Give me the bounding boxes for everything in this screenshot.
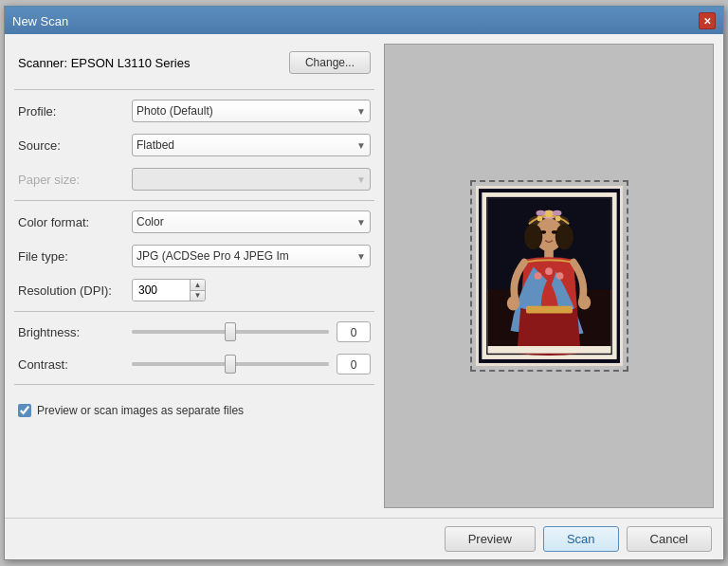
svg-point-21 — [534, 272, 541, 280]
divider-4 — [14, 384, 374, 385]
svg-point-15 — [545, 210, 553, 218]
title-bar-left: New Scan — [12, 14, 68, 28]
stamp-image — [476, 186, 623, 366]
source-row: Source: Flatbed ▼ — [14, 128, 374, 162]
svg-rect-20 — [525, 306, 572, 314]
paper-size-dropdown-arrow: ▼ — [356, 174, 366, 185]
scan-button[interactable]: Scan — [543, 526, 619, 552]
divider-2 — [14, 200, 374, 201]
stamp-svg — [479, 189, 620, 363]
contrast-slider[interactable] — [132, 362, 329, 366]
svg-point-16 — [555, 216, 560, 222]
color-format-dropdown-arrow: ▼ — [356, 217, 366, 228]
brightness-track — [132, 330, 329, 334]
scanner-row: Scanner: EPSON L3110 Series Change... — [14, 44, 374, 82]
svg-point-12 — [540, 230, 546, 234]
paper-size-dropdown: ▼ — [132, 168, 371, 191]
left-panel: Scanner: EPSON L3110 Series Change... Pr… — [14, 44, 374, 508]
file-type-dropdown[interactable]: JPG (ACDSee Pro 4 JPEG Im ▼ — [132, 245, 371, 267]
source-value: Flatbed — [136, 138, 174, 152]
preview-area — [385, 45, 713, 507]
svg-point-8 — [552, 210, 561, 216]
stamp-container — [476, 186, 623, 366]
svg-point-23 — [555, 272, 563, 280]
close-button[interactable]: ✕ — [699, 12, 716, 29]
resolution-spin-up[interactable]: ▲ — [191, 280, 205, 291]
contrast-slider-wrap: 0 — [132, 354, 371, 374]
resolution-spin-down[interactable]: ▼ — [191, 291, 205, 301]
brightness-thumb[interactable] — [225, 322, 236, 341]
file-type-dropdown-arrow: ▼ — [356, 251, 366, 262]
profile-value: Photo (Default) — [136, 104, 213, 118]
svg-point-14 — [537, 216, 542, 222]
divider-3 — [14, 311, 374, 312]
dialog-title: New Scan — [12, 14, 68, 28]
svg-point-18 — [506, 296, 519, 310]
separate-files-checkbox[interactable] — [18, 404, 31, 417]
profile-dropdown-arrow: ▼ — [356, 106, 366, 117]
file-type-label: File type: — [18, 249, 132, 264]
brightness-slider-wrap: 0 — [132, 321, 371, 342]
new-scan-dialog: New Scan ✕ Scanner: EPSON L3110 Series C… — [4, 6, 724, 560]
brightness-slider[interactable] — [132, 330, 329, 334]
contrast-row: Contrast: 0 — [14, 348, 374, 380]
svg-point-11 — [555, 224, 573, 249]
dialog-footer: Preview Scan Cancel — [5, 518, 723, 559]
profile-dropdown[interactable]: Photo (Default) ▼ — [132, 100, 371, 122]
dialog-body: Scanner: EPSON L3110 Series Change... Pr… — [5, 34, 723, 518]
cancel-button[interactable]: Cancel — [627, 526, 712, 552]
stamp-inner — [479, 189, 620, 363]
file-type-value: JPG (ACDSee Pro 4 JPEG Im — [136, 249, 289, 263]
file-type-row: File type: JPG (ACDSee Pro 4 JPEG Im ▼ — [14, 239, 374, 273]
resolution-input-wrap: ▲ ▼ — [132, 279, 206, 301]
resolution-spinner: ▲ ▼ — [190, 280, 205, 301]
source-dropdown-arrow: ▼ — [356, 140, 366, 151]
contrast-value: 0 — [337, 354, 371, 374]
resolution-row: Resolution (DPI): ▲ ▼ — [14, 273, 374, 307]
svg-point-13 — [551, 230, 556, 234]
source-label: Source: — [18, 138, 132, 153]
contrast-label: Contrast: — [18, 357, 132, 372]
svg-rect-24 — [487, 346, 610, 354]
profile-label: Profile: — [18, 104, 132, 119]
contrast-track — [132, 362, 329, 366]
title-bar: New Scan ✕ — [5, 8, 723, 34]
preview-button[interactable]: Preview — [445, 526, 536, 552]
svg-point-10 — [524, 224, 542, 249]
svg-point-22 — [545, 267, 553, 275]
change-button[interactable]: Change... — [289, 51, 371, 74]
brightness-value: 0 — [337, 321, 371, 342]
color-format-row: Color format: Color ▼ — [14, 205, 374, 239]
resolution-label: Resolution (DPI): — [18, 283, 132, 298]
resolution-input[interactable] — [133, 280, 190, 301]
svg-point-19 — [577, 295, 590, 309]
separate-files-label: Preview or scan images as separate files — [37, 404, 244, 417]
brightness-row: Brightness: 0 — [14, 316, 374, 348]
preview-panel — [384, 44, 714, 508]
scanner-label: Scanner: EPSON L3110 Series — [18, 56, 190, 70]
brightness-label: Brightness: — [18, 325, 132, 339]
divider-1 — [14, 89, 374, 90]
paper-size-label: Paper size: — [18, 173, 132, 187]
color-format-value: Color — [136, 215, 164, 228]
source-dropdown[interactable]: Flatbed ▼ — [132, 134, 371, 156]
color-format-label: Color format: — [18, 215, 132, 229]
svg-point-7 — [536, 210, 545, 216]
checkbox-row: Preview or scan images as separate files — [14, 394, 374, 427]
color-format-dropdown[interactable]: Color ▼ — [132, 210, 371, 233]
paper-size-row: Paper size: ▼ — [14, 162, 374, 196]
profile-row: Profile: Photo (Default) ▼ — [14, 94, 374, 128]
contrast-thumb[interactable] — [225, 355, 236, 374]
